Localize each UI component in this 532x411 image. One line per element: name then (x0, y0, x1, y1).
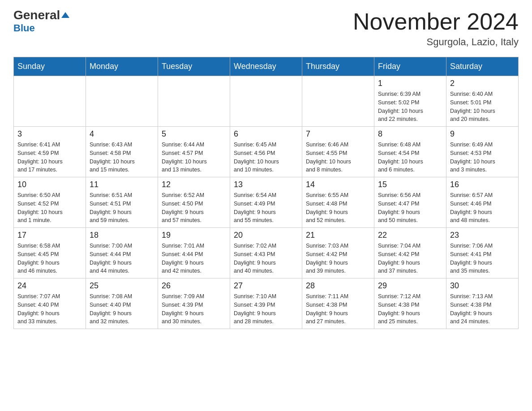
day-info: Sunrise: 6:52 AMSunset: 4:50 PMDaylight:… (162, 191, 226, 225)
day-info: Sunrise: 7:13 AMSunset: 4:38 PMDaylight:… (450, 292, 515, 326)
calendar-cell: 2Sunrise: 6:40 AMSunset: 5:01 PMDaylight… (446, 76, 519, 127)
calendar-cell: 23Sunrise: 7:06 AMSunset: 4:41 PMDayligh… (446, 228, 519, 278)
day-info: Sunrise: 7:09 AMSunset: 4:39 PMDaylight:… (162, 292, 226, 326)
logo-blue: Blue (13, 22, 35, 34)
calendar-cell: 26Sunrise: 7:09 AMSunset: 4:39 PMDayligh… (158, 278, 230, 329)
title-block: November 2024 Sgurgola, Lazio, Italy (353, 9, 519, 48)
day-info: Sunrise: 7:10 AMSunset: 4:39 PMDaylight:… (234, 292, 298, 326)
day-number: 27 (234, 281, 298, 291)
calendar-cell: 13Sunrise: 6:54 AMSunset: 4:49 PMDayligh… (230, 177, 302, 228)
calendar-cell: 24Sunrise: 7:07 AMSunset: 4:40 PMDayligh… (14, 278, 86, 329)
day-number: 9 (450, 129, 515, 139)
calendar-cell: 28Sunrise: 7:11 AMSunset: 4:38 PMDayligh… (302, 278, 374, 329)
calendar-cell (302, 76, 374, 127)
weekday-header-row: SundayMondayTuesdayWednesdayThursdayFrid… (14, 57, 519, 76)
calendar-cell: 16Sunrise: 6:57 AMSunset: 4:46 PMDayligh… (446, 177, 519, 228)
calendar-week-3: 10Sunrise: 6:50 AMSunset: 4:52 PMDayligh… (14, 177, 519, 228)
calendar-cell (14, 76, 86, 127)
calendar-week-4: 17Sunrise: 6:58 AMSunset: 4:45 PMDayligh… (14, 228, 519, 278)
day-info: Sunrise: 6:44 AMSunset: 4:57 PMDaylight:… (162, 141, 226, 174)
calendar-cell: 25Sunrise: 7:08 AMSunset: 4:40 PMDayligh… (86, 278, 158, 329)
weekday-header-sunday: Sunday (14, 57, 86, 76)
calendar-cell (230, 76, 302, 127)
calendar-cell: 5Sunrise: 6:44 AMSunset: 4:57 PMDaylight… (158, 127, 230, 177)
calendar-cell: 10Sunrise: 6:50 AMSunset: 4:52 PMDayligh… (14, 177, 86, 228)
logo-general: General (13, 9, 69, 21)
weekday-header-tuesday: Tuesday (158, 57, 230, 76)
day-info: Sunrise: 7:07 AMSunset: 4:40 PMDaylight:… (17, 292, 82, 326)
weekday-header-wednesday: Wednesday (230, 57, 302, 76)
day-info: Sunrise: 7:00 AMSunset: 4:44 PMDaylight:… (90, 242, 154, 275)
day-number: 5 (162, 129, 226, 139)
calendar-cell: 20Sunrise: 7:02 AMSunset: 4:43 PMDayligh… (230, 228, 302, 278)
calendar-cell: 6Sunrise: 6:45 AMSunset: 4:56 PMDaylight… (230, 127, 302, 177)
day-info: Sunrise: 6:49 AMSunset: 4:53 PMDaylight:… (450, 141, 515, 174)
day-info: Sunrise: 7:11 AMSunset: 4:38 PMDaylight:… (306, 292, 370, 326)
calendar-cell: 3Sunrise: 6:41 AMSunset: 4:59 PMDaylight… (14, 127, 86, 177)
calendar-cell: 11Sunrise: 6:51 AMSunset: 4:51 PMDayligh… (86, 177, 158, 228)
day-info: Sunrise: 6:50 AMSunset: 4:52 PMDaylight:… (17, 191, 82, 225)
day-info: Sunrise: 7:01 AMSunset: 4:44 PMDaylight:… (162, 242, 226, 275)
calendar-cell: 17Sunrise: 6:58 AMSunset: 4:45 PMDayligh… (14, 228, 86, 278)
day-number: 11 (90, 180, 154, 189)
day-number: 20 (234, 231, 298, 240)
weekday-header-thursday: Thursday (302, 57, 374, 76)
day-number: 4 (90, 129, 154, 139)
day-number: 28 (306, 281, 370, 291)
day-number: 21 (306, 231, 370, 240)
calendar-cell: 30Sunrise: 7:13 AMSunset: 4:38 PMDayligh… (446, 278, 519, 329)
day-number: 7 (306, 129, 370, 139)
calendar-cell: 22Sunrise: 7:04 AMSunset: 4:42 PMDayligh… (374, 228, 446, 278)
day-info: Sunrise: 6:40 AMSunset: 5:01 PMDaylight:… (450, 90, 515, 124)
calendar-cell: 29Sunrise: 7:12 AMSunset: 4:38 PMDayligh… (374, 278, 446, 329)
logo: General Blue (13, 9, 69, 34)
weekday-header-friday: Friday (374, 57, 446, 76)
day-number: 18 (90, 231, 154, 240)
day-info: Sunrise: 6:56 AMSunset: 4:47 PMDaylight:… (378, 191, 442, 225)
day-info: Sunrise: 6:48 AMSunset: 4:54 PMDaylight:… (378, 141, 442, 174)
calendar-cell: 9Sunrise: 6:49 AMSunset: 4:53 PMDaylight… (446, 127, 519, 177)
calendar-cell: 15Sunrise: 6:56 AMSunset: 4:47 PMDayligh… (374, 177, 446, 228)
day-info: Sunrise: 7:04 AMSunset: 4:42 PMDaylight:… (378, 242, 442, 275)
day-number: 6 (234, 129, 298, 139)
day-info: Sunrise: 6:41 AMSunset: 4:59 PMDaylight:… (17, 141, 82, 174)
day-number: 19 (162, 231, 226, 240)
day-number: 25 (90, 281, 154, 291)
day-number: 29 (378, 281, 442, 291)
calendar-cell: 12Sunrise: 6:52 AMSunset: 4:50 PMDayligh… (158, 177, 230, 228)
day-info: Sunrise: 7:08 AMSunset: 4:40 PMDaylight:… (90, 292, 154, 326)
day-info: Sunrise: 7:12 AMSunset: 4:38 PMDaylight:… (378, 292, 442, 326)
day-number: 13 (234, 180, 298, 189)
calendar-cell (86, 76, 158, 127)
day-info: Sunrise: 6:46 AMSunset: 4:55 PMDaylight:… (306, 141, 370, 174)
calendar-cell: 18Sunrise: 7:00 AMSunset: 4:44 PMDayligh… (86, 228, 158, 278)
calendar-week-2: 3Sunrise: 6:41 AMSunset: 4:59 PMDaylight… (14, 127, 519, 177)
calendar-cell: 27Sunrise: 7:10 AMSunset: 4:39 PMDayligh… (230, 278, 302, 329)
day-number: 22 (378, 231, 442, 240)
calendar-week-5: 24Sunrise: 7:07 AMSunset: 4:40 PMDayligh… (14, 278, 519, 329)
month-title: November 2024 (353, 9, 519, 34)
day-number: 3 (17, 129, 82, 139)
day-number: 12 (162, 180, 226, 189)
calendar-cell: 19Sunrise: 7:01 AMSunset: 4:44 PMDayligh… (158, 228, 230, 278)
calendar-cell: 7Sunrise: 6:46 AMSunset: 4:55 PMDaylight… (302, 127, 374, 177)
day-number: 23 (450, 231, 515, 240)
day-number: 1 (378, 79, 442, 88)
day-info: Sunrise: 6:57 AMSunset: 4:46 PMDaylight:… (450, 191, 515, 225)
calendar-cell: 8Sunrise: 6:48 AMSunset: 4:54 PMDaylight… (374, 127, 446, 177)
calendar-cell: 4Sunrise: 6:43 AMSunset: 4:58 PMDaylight… (86, 127, 158, 177)
day-number: 10 (17, 180, 82, 189)
day-info: Sunrise: 7:06 AMSunset: 4:41 PMDaylight:… (450, 242, 515, 275)
day-number: 8 (378, 129, 442, 139)
day-info: Sunrise: 6:54 AMSunset: 4:49 PMDaylight:… (234, 191, 298, 225)
day-number: 30 (450, 281, 515, 291)
weekday-header-monday: Monday (86, 57, 158, 76)
day-number: 2 (450, 79, 515, 88)
day-number: 15 (378, 180, 442, 189)
calendar-table: SundayMondayTuesdayWednesdayThursdayFrid… (13, 57, 519, 329)
calendar-cell (158, 76, 230, 127)
calendar-cell: 21Sunrise: 7:03 AMSunset: 4:42 PMDayligh… (302, 228, 374, 278)
location: Sgurgola, Lazio, Italy (353, 36, 519, 48)
day-number: 26 (162, 281, 226, 291)
day-info: Sunrise: 6:39 AMSunset: 5:02 PMDaylight:… (378, 90, 442, 124)
